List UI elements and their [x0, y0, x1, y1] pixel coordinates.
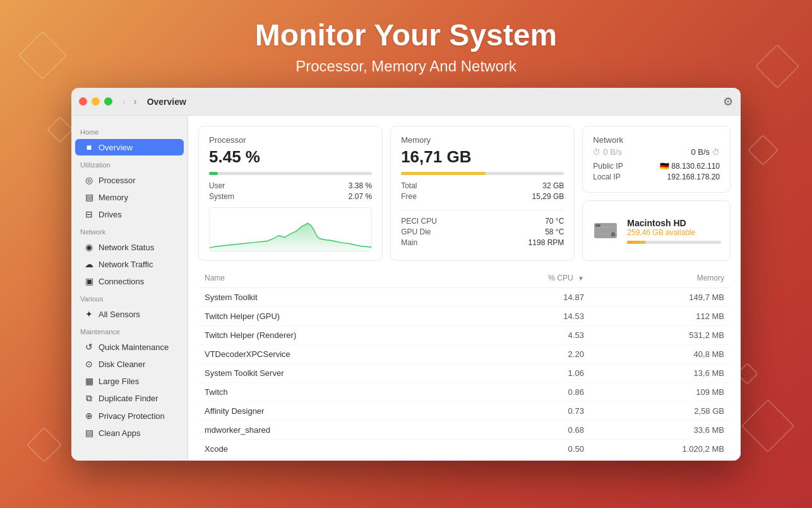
sidebar-label-disk-cleaner: Disk Cleaner — [99, 360, 145, 369]
processor-card: Processor 5.45 % User 3.38 % System 2.07… — [198, 126, 383, 261]
process-memory: 112 MB — [590, 307, 731, 326]
sidebar-label-overview: Overview — [99, 143, 133, 152]
large-files-icon: ▦ — [84, 376, 94, 386]
window-title: Overview — [147, 97, 186, 107]
process-name: mdworker_shared — [198, 421, 466, 440]
processor-system-row: System 2.07 % — [209, 192, 372, 201]
sidebar-item-quick-maintenance[interactable]: ↺Quick Maintenance — [75, 339, 184, 355]
settings-icon[interactable]: ⚙ — [723, 95, 733, 109]
sidebar-item-privacy-protection[interactable]: ⊕Privacy Protection — [75, 408, 184, 424]
gpu-row: GPU Die 58 °C — [401, 227, 564, 236]
processor-user-value: 3.38 % — [349, 181, 372, 190]
process-cpu: 1.06 — [466, 364, 590, 383]
process-cpu: 2.20 — [466, 345, 590, 364]
process-cpu: 14.53 — [466, 307, 590, 326]
main-subtitle: Processor, Memory And Network — [255, 57, 557, 75]
process-memory: 13,6 MB — [590, 364, 731, 383]
traffic-lights — [79, 97, 112, 106]
public-ip-label: Public IP — [593, 162, 623, 171]
flag-icon: 🇩🇪 — [660, 162, 669, 171]
gpu-value: 58 °C — [545, 227, 564, 236]
sidebar-label-memory: Memory — [99, 193, 128, 202]
memory-title: Memory — [401, 135, 564, 145]
sidebar-section-various: Various — [71, 290, 188, 305]
maximize-button[interactable] — [104, 97, 112, 106]
process-cpu: 0.68 — [466, 421, 590, 440]
processor-title: Processor — [209, 135, 372, 145]
processor-icon: ◎ — [84, 175, 94, 185]
process-memory: 1.020,2 MB — [590, 440, 731, 459]
table-row: Twitch Helper (Renderer)4.53531,2 MB — [198, 326, 731, 345]
processor-system-value: 2.07 % — [349, 192, 372, 201]
table-row: System Toolkit Server1.0613,6 MB — [198, 364, 731, 383]
minimize-button[interactable] — [92, 97, 100, 106]
sidebar-item-network-traffic[interactable]: ☁Network Traffic — [75, 256, 184, 272]
sidebar-item-duplicate-finder[interactable]: ⧉Duplicate Finder — [75, 390, 184, 407]
back-button[interactable]: ‹ — [120, 95, 128, 109]
disk-bar-bg — [627, 241, 721, 244]
clock-icon: ⏱ — [593, 148, 600, 157]
process-cpu: 4.53 — [466, 326, 590, 345]
sidebar-label-clean-apps: Clean Apps — [99, 428, 141, 438]
processor-progress-fill — [209, 172, 218, 175]
sidebar-section-utilization: Utilization — [71, 156, 188, 171]
main-value: 1198 RPM — [528, 238, 564, 247]
table-row: Xcode0.501.020,2 MB — [198, 440, 731, 459]
gpu-label: GPU Die — [401, 227, 431, 236]
nav-arrows: ‹ › — [120, 95, 140, 109]
network-disk-col: Network ⏱ 0 B/s 0 B/s ⏱ — [582, 126, 731, 261]
sidebar-label-network-traffic: Network Traffic — [99, 260, 153, 269]
memory-total-value: 32 GB — [542, 181, 564, 190]
svg-rect-3 — [595, 228, 616, 233]
sidebar-section-network: Network — [71, 223, 188, 238]
sidebar-item-connections[interactable]: ▣Connections — [75, 273, 184, 289]
sidebar: Home■OverviewUtilization◎Processor▤Memor… — [71, 116, 188, 461]
content-area: Processor 5.45 % User 3.38 % System 2.07… — [188, 116, 741, 461]
process-cpu: 0.73 — [466, 402, 590, 421]
sidebar-label-privacy-protection: Privacy Protection — [99, 411, 165, 421]
main-label: Main — [401, 238, 417, 247]
network-in-label: 0 B/s — [603, 147, 622, 157]
disk-icon — [592, 217, 619, 245]
col-name-header[interactable]: Name — [198, 269, 466, 288]
public-ip-value: 🇩🇪 88.130.62.110 — [660, 162, 720, 171]
sidebar-item-overview[interactable]: ■Overview — [75, 139, 184, 155]
col-cpu-header[interactable]: % CPU ▼ — [466, 269, 590, 288]
sidebar-item-memory[interactable]: ▤Memory — [75, 189, 184, 205]
sidebar-label-processor: Processor — [99, 176, 136, 185]
disk-info: Macintosh HD 259,46 GB available — [627, 218, 721, 244]
network-status-icon: ◉ — [84, 242, 94, 252]
close-button[interactable] — [79, 97, 87, 106]
clean-apps-icon: ▤ — [84, 428, 94, 438]
sidebar-item-large-files[interactable]: ▦Large Files — [75, 373, 184, 389]
table-row: mdworker_shared0.6833,6 MB — [198, 421, 731, 440]
drives-icon: ⊟ — [84, 209, 94, 219]
sidebar-label-network-status: Network Status — [99, 243, 154, 252]
table-row: Affinity Designer0.732,58 GB — [198, 402, 731, 421]
sidebar-label-large-files: Large Files — [99, 377, 139, 386]
network-out-icon: ⏱ — [712, 148, 720, 157]
local-ip-value: 192.168.178.20 — [667, 172, 720, 181]
process-cpu: 0.86 — [466, 383, 590, 402]
sidebar-label-quick-maintenance: Quick Maintenance — [99, 342, 169, 352]
sidebar-item-disk-cleaner[interactable]: ⊙Disk Cleaner — [75, 356, 184, 372]
forward-button[interactable]: › — [131, 95, 139, 109]
sidebar-item-network-status[interactable]: ◉Network Status — [75, 239, 184, 255]
col-memory-header[interactable]: Memory — [590, 269, 731, 288]
memory-card: Memory 16,71 GB Total 32 GB Free 15,29 G… — [390, 126, 575, 261]
table-row: Twitch Helper (GPU)14.53112 MB — [198, 307, 731, 326]
memory-free-label: Free — [401, 192, 417, 201]
process-memory: 40,8 MB — [590, 345, 731, 364]
peci-value: 70 °C — [545, 217, 564, 226]
sidebar-item-clean-apps[interactable]: ▤Clean Apps — [75, 425, 184, 441]
quick-maintenance-icon: ↺ — [84, 342, 94, 352]
svg-rect-2 — [595, 224, 600, 227]
public-ip-row: Public IP 🇩🇪 88.130.62.110 — [593, 162, 720, 171]
sidebar-section-maintenance: Maintenance — [71, 323, 188, 338]
process-table: Name % CPU ▼ Memory System Toolkit14.871… — [198, 269, 731, 459]
process-memory: 531,2 MB — [590, 326, 731, 345]
sidebar-item-processor[interactable]: ◎Processor — [75, 172, 184, 188]
sidebar-item-all-sensors[interactable]: ✦All Sensors — [75, 306, 184, 322]
sidebar-item-drives[interactable]: ⊟Drives — [75, 206, 184, 222]
processor-progress-bg — [209, 172, 372, 175]
